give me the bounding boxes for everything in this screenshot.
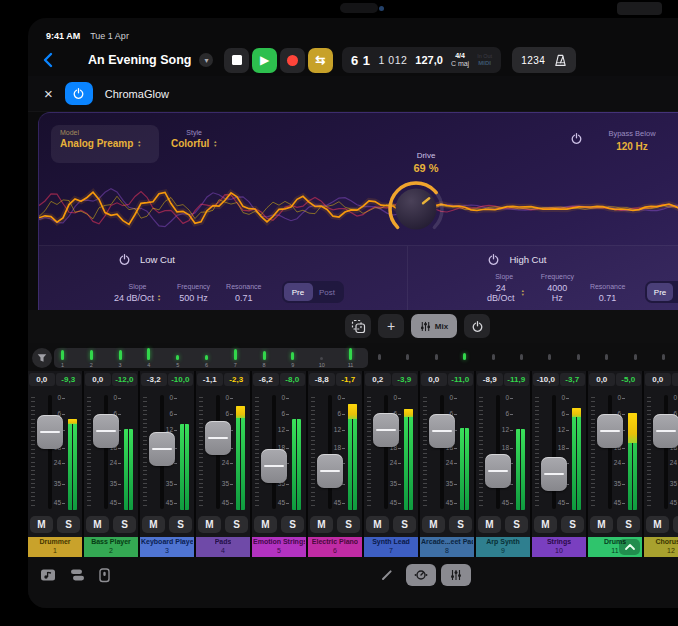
song-title-menu[interactable]: An Evening Song ▾: [88, 53, 213, 67]
track-name-tile[interactable]: Strings 10: [532, 537, 586, 557]
mixer-view-button[interactable]: [441, 564, 471, 586]
close-icon[interactable]: ×: [44, 86, 53, 101]
track-name-tile[interactable]: Drummer 1: [28, 537, 82, 557]
mute-button[interactable]: M: [422, 516, 445, 533]
drive-knob[interactable]: [382, 175, 450, 243]
solo-button[interactable]: S: [281, 516, 304, 533]
solo-button[interactable]: S: [113, 516, 136, 533]
high-cut-resonance[interactable]: Resonance 0.71: [590, 283, 625, 303]
solo-button[interactable]: S: [561, 516, 584, 533]
solo-button[interactable]: S: [169, 516, 192, 533]
mute-button[interactable]: M: [478, 516, 501, 533]
channel-peak-value[interactable]: -11,9: [504, 373, 530, 386]
metronome-icon[interactable]: [554, 54, 567, 67]
fader-track[interactable]: [440, 395, 444, 509]
channel-volume-value[interactable]: 0,0: [421, 373, 447, 386]
high-cut-frequency[interactable]: Frequency 4000 Hz: [541, 273, 574, 303]
add-plugin-button[interactable]: +: [378, 314, 404, 338]
solo-button[interactable]: S: [225, 516, 248, 533]
fader-track[interactable]: [552, 395, 556, 509]
bypass-below-control[interactable]: Bypass Below 120 Hz: [595, 129, 669, 152]
mute-button[interactable]: M: [590, 516, 613, 533]
channel-peak-value[interactable]: -11,0: [448, 373, 474, 386]
low-cut-frequency[interactable]: Frequency 500 Hz: [177, 283, 210, 303]
fader-track[interactable]: [496, 395, 500, 509]
fader-cap[interactable]: [541, 457, 567, 491]
channel-volume-value[interactable]: 0,0: [589, 373, 615, 386]
fader-cap[interactable]: [485, 454, 511, 488]
plugin-power-button[interactable]: [65, 82, 93, 105]
solo-button[interactable]: S: [617, 516, 640, 533]
pre-option[interactable]: Pre: [647, 283, 673, 301]
channel-volume-value[interactable]: -3,2: [141, 373, 167, 386]
mute-button[interactable]: M: [254, 516, 277, 533]
cycle-button[interactable]: ⇆: [308, 48, 333, 73]
fader-cap[interactable]: [37, 415, 63, 449]
loops-browser-button[interactable]: [40, 568, 57, 582]
fader-cap[interactable]: [149, 432, 175, 466]
mute-button[interactable]: M: [142, 516, 165, 533]
style-select[interactable]: Style Colorful▲▼: [171, 129, 217, 149]
lcd-display[interactable]: 6 1 1 012 127,0 4/4 C maj In Out MIDI: [342, 47, 501, 73]
mute-button[interactable]: M: [310, 516, 333, 533]
fader-cap[interactable]: [261, 449, 287, 483]
track-name-tile[interactable]: Chorus V 12: [644, 537, 678, 557]
play-button[interactable]: ▶: [252, 48, 277, 73]
collapse-chevron-icon[interactable]: [619, 539, 640, 555]
solo-button[interactable]: S: [673, 516, 678, 533]
browser-stack-button[interactable]: [70, 568, 85, 582]
mute-button[interactable]: M: [86, 516, 109, 533]
mute-button[interactable]: M: [198, 516, 221, 533]
low-cut-slope[interactable]: Slope 24 dB/Oct▲▼: [114, 283, 161, 303]
fader-track[interactable]: [664, 395, 668, 509]
track-name-tile[interactable]: Synth Lead 7: [364, 537, 418, 557]
chevron-down-icon[interactable]: ▾: [199, 53, 213, 67]
count-in-button[interactable]: 1234: [521, 55, 545, 66]
mute-button[interactable]: M: [534, 516, 557, 533]
fader-track[interactable]: [48, 395, 52, 509]
track-name-tile[interactable]: Arcade...eet Pad 8: [420, 537, 474, 557]
channel-power-button[interactable]: [464, 314, 490, 338]
solo-button[interactable]: S: [337, 516, 360, 533]
channel-volume-value[interactable]: 0,2: [365, 373, 391, 386]
post-option[interactable]: Post: [313, 283, 342, 301]
channel-peak-value[interactable]: -2,3: [224, 373, 250, 386]
solo-button[interactable]: S: [393, 516, 416, 533]
track-name-tile[interactable]: Electric Piano 6: [308, 537, 362, 557]
mute-button[interactable]: M: [646, 516, 669, 533]
channel-peak-value[interactable]: -3,7: [560, 373, 586, 386]
mute-button[interactable]: M: [30, 516, 53, 533]
fader-cap[interactable]: [93, 414, 119, 448]
mix-view-button[interactable]: Mix: [411, 314, 457, 338]
high-cut-power-button[interactable]: [488, 254, 499, 265]
channel-volume-value[interactable]: -10,0: [533, 373, 559, 386]
paste-settings-button[interactable]: [345, 314, 371, 338]
pencil-icon[interactable]: [380, 568, 394, 582]
channel-peak-value[interactable]: -8,0: [280, 373, 306, 386]
track-name-tile[interactable]: Emotion Strings 5: [252, 537, 306, 557]
solo-button[interactable]: S: [57, 516, 80, 533]
channel-peak-value[interactable]: -1,7: [336, 373, 362, 386]
channel-peak-value[interactable]: -3,9: [392, 373, 418, 386]
fader-track[interactable]: [328, 395, 332, 509]
low-cut-power-button[interactable]: [119, 254, 130, 265]
mute-button[interactable]: M: [366, 516, 389, 533]
channel-volume-value[interactable]: -6,2: [253, 373, 279, 386]
fader-cap[interactable]: [205, 421, 231, 455]
fader-cap[interactable]: [429, 414, 455, 448]
channel-volume-value[interactable]: 0,0: [645, 373, 671, 386]
fader-cap[interactable]: [597, 414, 623, 448]
record-button[interactable]: [280, 48, 305, 73]
track-name-tile[interactable]: Arp Synth 9: [476, 537, 530, 557]
fader-cap[interactable]: [653, 414, 678, 448]
channel-peak-value[interactable]: -12,0: [112, 373, 138, 386]
pre-option[interactable]: Pre: [284, 283, 313, 301]
fader-cap[interactable]: [373, 413, 399, 447]
post-option[interactable]: Post: [673, 283, 678, 301]
fader-track[interactable]: [608, 395, 612, 509]
stop-button[interactable]: [224, 48, 249, 73]
level-control[interactable]: Level 0.0: [659, 129, 678, 152]
channel-peak-value[interactable]: -10,0: [168, 373, 194, 386]
track-name-tile[interactable]: Bass Player 2: [84, 537, 138, 557]
model-select[interactable]: Model Analog Preamp▲▼: [51, 125, 159, 163]
